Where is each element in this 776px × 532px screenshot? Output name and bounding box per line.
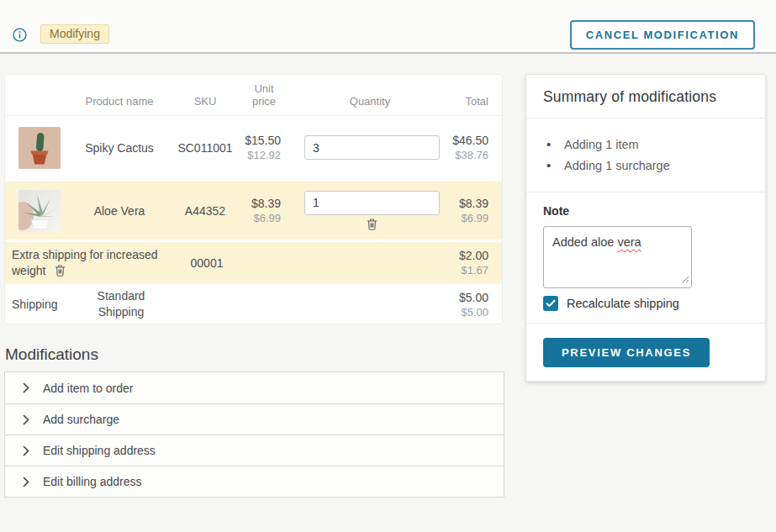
note-section: Note Added aloe vera Recalculate shippin… (526, 192, 765, 323)
surcharge-label-cell: Extra shipping for increased weight (5, 247, 173, 279)
delete-surcharge-button[interactable] (54, 264, 66, 277)
modifications-section: Modifications Add item to order Add surc… (4, 345, 504, 498)
column-header-total: Total (449, 95, 502, 108)
accordion-edit-billing-address[interactable]: Edit billing address (5, 466, 504, 497)
delete-item-button[interactable] (366, 218, 378, 231)
modifications-title: Modifications (5, 345, 504, 364)
top-status-bar: Modifying CANCEL MODIFICATION (0, 0, 776, 54)
spiky-cactus-photo (18, 127, 61, 169)
panel-actions-section: PREVIEW CHANGES (526, 323, 765, 381)
chevron-right-icon (23, 414, 29, 425)
status-badge: Modifying (40, 24, 109, 44)
trash-icon (54, 264, 66, 277)
quantity-cell (291, 191, 449, 231)
column-header-quantity: Quantity (291, 95, 449, 108)
shipping-method: Standard Shipping (69, 288, 173, 320)
summary-item: Adding 1 item (543, 138, 748, 151)
total-cell: $2.00 $1.67 (240, 249, 502, 277)
total-cell: $5.00 $5.00 (173, 291, 502, 319)
product-name: Aloe Vera (67, 204, 172, 218)
shipping-row-label: Shipping (5, 298, 69, 311)
order-items-table: Product name SKU Unit price Quantity Tot… (4, 74, 503, 324)
recalculate-shipping-checkbox-row[interactable]: Recalculate shipping (543, 296, 748, 311)
recalculate-shipping-label: Recalculate shipping (567, 297, 679, 310)
unit-price-cell: $8.39 $6.99 (239, 197, 291, 224)
surcharge-sku: 00001 (173, 256, 240, 270)
aloe-vera-photo (18, 190, 61, 232)
recalculate-shipping-checkbox[interactable] (543, 296, 558, 311)
summary-panel-title: Summary of modifications (543, 88, 748, 106)
info-icon[interactable] (13, 28, 27, 42)
table-row-extra-shipping-surcharge: Extra shipping for increased weight 0000… (5, 240, 502, 283)
note-textarea[interactable]: Added aloe vera (543, 226, 692, 288)
cancel-modification-button[interactable]: CANCEL MODIFICATION (570, 20, 755, 50)
product-sku: SC011001 (172, 141, 239, 155)
textarea-resize-handle-icon[interactable] (682, 272, 689, 286)
quantity-input-spiky-cactus[interactable] (304, 135, 440, 160)
note-label: Note (543, 204, 748, 218)
summary-bullets-section: Adding 1 item Adding 1 surcharge (526, 118, 765, 192)
accordion-add-item-to-order[interactable]: Add item to order (5, 372, 504, 403)
total-cell: $8.39 $6.99 (449, 197, 502, 224)
trash-icon (366, 218, 378, 231)
chevron-right-icon (23, 382, 29, 393)
accordion-add-surcharge[interactable]: Add surcharge (5, 403, 504, 435)
quantity-cell (291, 135, 449, 160)
column-header-unit-price: Unit price (239, 82, 291, 108)
table-header-row: Product name SKU Unit price Quantity Tot… (5, 75, 502, 115)
table-row-shipping: Shipping Standard Shipping $5.00 $5.00 (5, 283, 502, 324)
product-image-cell (5, 127, 67, 169)
surcharge-label: Extra shipping for increased weight (12, 248, 158, 277)
chevron-right-icon (23, 445, 29, 456)
accordion-edit-shipping-address[interactable]: Edit shipping address (5, 435, 504, 466)
summary-item: Adding 1 surcharge (543, 159, 748, 172)
misspelled-word: vera (617, 235, 641, 249)
summary-of-modifications-panel: Summary of modifications Adding 1 item A… (525, 74, 766, 382)
modification-summary-list: Adding 1 item Adding 1 surcharge (543, 138, 748, 172)
summary-title-section: Summary of modifications (526, 75, 765, 118)
chevron-right-icon (23, 477, 29, 487)
quantity-input-aloe-vera[interactable] (304, 191, 440, 215)
column-header-sku: SKU (172, 95, 239, 108)
modifications-accordion: Add item to order Add surcharge Edit shi… (4, 371, 504, 498)
total-cell: $46.50 $38.76 (449, 134, 502, 161)
preview-changes-button[interactable]: PREVIEW CHANGES (543, 338, 710, 367)
unit-price-cell: $15.50 $12.92 (239, 134, 291, 161)
table-row-aloe-vera: Aloe Vera A44352 $8.39 $6.99 $8.39 $6.99 (5, 179, 502, 240)
product-image-cell (5, 190, 67, 232)
table-row-spiky-cactus: Spiky Cactus SC011001 $15.50 $12.92 $46.… (5, 115, 502, 179)
checkmark-icon (546, 299, 556, 308)
column-header-product-name: Product name (67, 95, 172, 108)
product-name: Spiky Cactus (67, 141, 172, 155)
product-sku: A44352 (172, 204, 239, 218)
